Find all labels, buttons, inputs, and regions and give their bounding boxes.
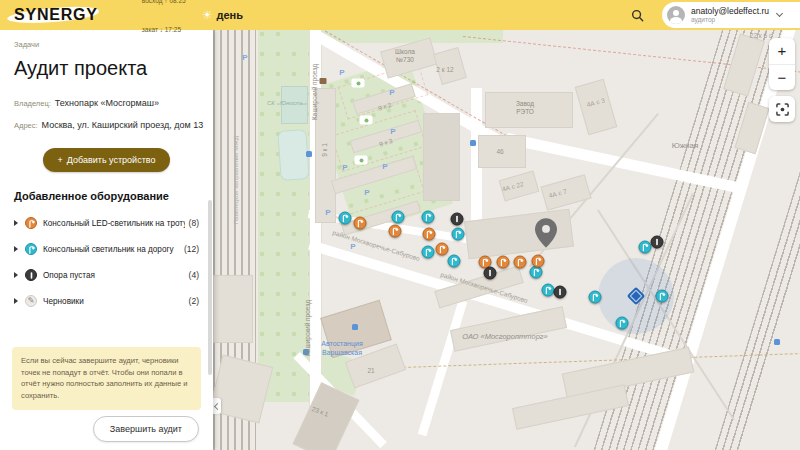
parking-icon: P [339,68,344,77]
equipment-count: (12) [184,244,199,254]
zoom-out-button[interactable]: − [769,64,795,90]
shop-icon [320,78,327,84]
map-marker-led_sidewalk[interactable] [532,255,545,268]
logo[interactable]: SYNERGY [14,5,98,25]
map-marker-road_light[interactable] [392,211,405,224]
map-marker-led_sidewalk[interactable] [423,228,436,241]
map-label: Завод РЭТО [516,100,534,117]
sun-times: восход ↑ 08:25 закат ↓ 17:25 [142,0,186,54]
sidebar-collapse-handle[interactable] [213,398,221,414]
account-menu[interactable]: anatoly@ledeffect.ru аудитор [662,2,800,28]
account-email: anatoly@ledeffect.ru [691,6,769,16]
equipment-label: Консольный светильник на дорогу [43,245,180,254]
equipment-item-drafts[interactable]: ✎ Черновики (2) [14,288,199,314]
zoom-in-button[interactable]: + [769,38,795,64]
owner-value: Технопарк «Мосгормаш» [55,98,159,108]
map-marker-empty_pole[interactable] [651,236,664,249]
map-marker-led_sidewalk[interactable] [389,225,402,238]
map-label: Павелецкое направление МЖД [233,136,241,224]
equipment-item-led-sidewalk[interactable]: Консольный LED-светильник на тротуар (8) [14,210,199,236]
caret-right-icon [14,272,18,278]
road-light-marker-icon [25,243,37,255]
address-label: Адрес: [14,121,38,130]
equipment-list: Консольный LED-светильник на тротуар (8)… [14,210,199,314]
owner-row: Владелец:Технопарк «Мосгормаш» [14,92,199,110]
bus-stop-icon [352,324,358,330]
task-panel: Задачи Аудит проекта Владелец:Технопарк … [0,30,213,450]
caret-right-icon [14,298,18,304]
map-marker-led_sidewalk[interactable] [354,217,367,230]
parking-icon: P [382,162,387,171]
parking-icon: P [364,188,369,197]
equipment-heading: Добавленное оборудование [14,190,199,202]
building [450,306,567,351]
account-role: аудитор [691,16,769,24]
add-device-button[interactable]: +Добавить устройство [43,148,171,172]
day-mode-toggle[interactable]: ☀ день [202,9,243,21]
page-title: Аудит проекта [14,57,199,80]
building [423,113,460,201]
sidebar-scrollbar[interactable] [208,200,212,375]
map-label: Школа №730 [395,48,415,65]
map-label: Каширский проезд [304,300,312,356]
chevron-down-icon [776,10,783,17]
playground-icon [352,79,365,88]
top-bar: SYNERGY восход ↑ 08:25 закат ↓ 17:25 ☀ д… [0,0,800,30]
parking-icon: P [342,163,347,172]
map-label: 21 [367,367,374,375]
equipment-item-road-light[interactable]: Консольный светильник на дорогу (12) [14,236,199,262]
map-marker-road_light[interactable] [339,212,352,225]
map-marker-road_light[interactable] [448,255,461,268]
map-label: Каширский проезд [311,64,319,120]
map-label: 9 к 1 [321,143,329,157]
address-row: Адрес:Москва, ул. Каширский проезд, дом … [14,114,199,132]
finish-audit-button[interactable]: Завершить аудит [93,416,199,442]
map-label: 46 [496,148,503,156]
building [213,355,273,424]
project-meta: Владелец:Технопарк «Мосгормаш» Адрес:Мос… [14,92,199,132]
locate-icon [776,103,789,116]
map-marker-led_sidewalk[interactable] [514,256,527,269]
map-marker-road_light[interactable] [616,317,629,330]
map-marker-led_sidewalk[interactable] [436,243,449,256]
app-window: SYNERGY восход ↑ 08:25 закат ↓ 17:25 ☀ д… [0,0,800,450]
map-marker-led_sidewalk[interactable] [497,256,510,269]
map-marker-empty_pole[interactable] [484,267,497,280]
map-label: 2 к 12 [436,66,453,74]
boundary-dashed [373,353,800,369]
search-button[interactable] [624,2,650,28]
map-marker-empty_pole[interactable] [451,213,464,226]
add-device-label: Добавить устройство [67,155,156,165]
map-label: СК «Юность» [267,100,307,108]
address-value: Москва, ул. Каширский проезд, дом 13 [42,120,204,130]
equipment-label: Опора пустая [43,271,185,280]
map-marker-road_light[interactable] [656,290,669,303]
caret-right-icon [14,220,18,226]
equipment-label: Консольный LED-светильник на тротуар [43,219,185,228]
owner-label: Владелец: [14,99,51,108]
map-pin[interactable] [535,218,557,252]
bus-stop-icon [470,140,476,146]
map-marker-road_light[interactable] [542,284,555,297]
map-marker-road_light[interactable] [422,246,435,259]
empty-pole-marker-icon [25,269,37,281]
bus-stop-icon [306,151,312,157]
map-marker-road_light[interactable] [422,211,435,224]
playground-icon [355,156,368,165]
equipment-item-empty-pole[interactable]: Опора пустая (4) [14,262,199,288]
map-marker-empty_pole[interactable] [554,286,567,299]
map-marker-road_light[interactable] [530,266,543,279]
plus-icon: + [58,155,63,165]
map-canvas[interactable]: + − Школа №7302 к 129 к 19 к 29 к 3Завод… [213,30,800,450]
map-label: ОАО «Мосгороптторг» [462,332,547,342]
map-marker-road_light[interactable] [452,228,465,241]
zoom-controls: + − [769,38,795,90]
locate-me-button[interactable] [769,96,795,122]
header-right: anatoly@ledeffect.ru аудитор [624,0,800,30]
pool [277,129,309,181]
map-marker-road_light[interactable] [589,291,602,304]
equipment-count: (4) [189,270,199,280]
parking-icon: P [389,88,394,97]
day-mode-label: день [216,9,243,21]
parking-icon: P [390,127,395,136]
